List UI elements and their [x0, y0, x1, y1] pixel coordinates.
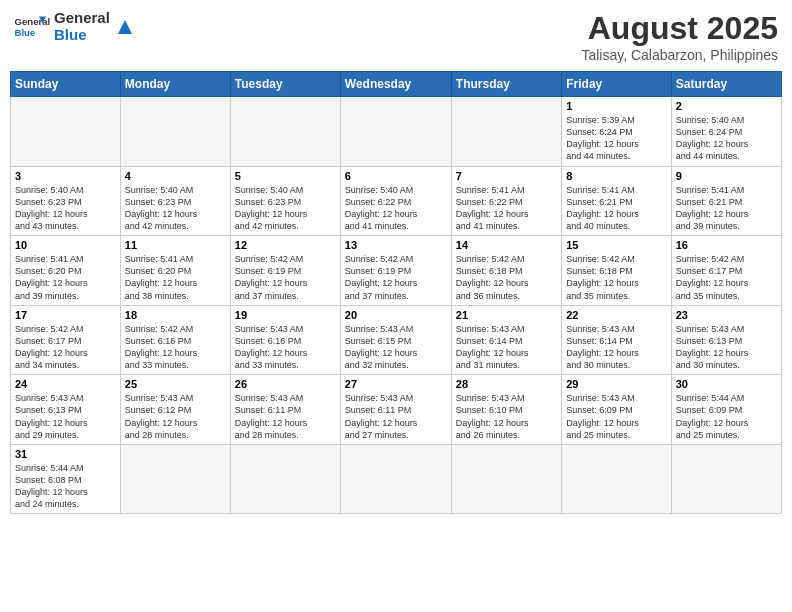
weekday-header-sunday: Sunday — [11, 72, 121, 97]
day-info: Sunrise: 5:40 AM Sunset: 6:22 PM Dayligh… — [345, 184, 447, 233]
calendar-day-cell: 29Sunrise: 5:43 AM Sunset: 6:09 PM Dayli… — [562, 375, 671, 445]
calendar-day-cell — [230, 97, 340, 167]
day-info: Sunrise: 5:43 AM Sunset: 6:14 PM Dayligh… — [456, 323, 557, 372]
day-number: 1 — [566, 100, 666, 112]
logo-icon: General Blue — [14, 13, 50, 41]
calendar-day-cell: 12Sunrise: 5:42 AM Sunset: 6:19 PM Dayli… — [230, 236, 340, 306]
calendar-day-cell: 11Sunrise: 5:41 AM Sunset: 6:20 PM Dayli… — [120, 236, 230, 306]
day-info: Sunrise: 5:41 AM Sunset: 6:20 PM Dayligh… — [125, 253, 226, 302]
day-number: 24 — [15, 378, 116, 390]
day-info: Sunrise: 5:42 AM Sunset: 6:19 PM Dayligh… — [235, 253, 336, 302]
day-number: 11 — [125, 239, 226, 251]
day-info: Sunrise: 5:41 AM Sunset: 6:21 PM Dayligh… — [566, 184, 666, 233]
day-number: 22 — [566, 309, 666, 321]
calendar-week-row: 24Sunrise: 5:43 AM Sunset: 6:13 PM Dayli… — [11, 375, 782, 445]
calendar-day-cell: 3Sunrise: 5:40 AM Sunset: 6:23 PM Daylig… — [11, 166, 121, 236]
day-info: Sunrise: 5:43 AM Sunset: 6:11 PM Dayligh… — [235, 392, 336, 441]
location-title: Talisay, Calabarzon, Philippines — [581, 47, 778, 63]
day-info: Sunrise: 5:43 AM Sunset: 6:16 PM Dayligh… — [235, 323, 336, 372]
svg-marker-3 — [118, 20, 132, 34]
calendar-day-cell: 14Sunrise: 5:42 AM Sunset: 6:18 PM Dayli… — [451, 236, 561, 306]
calendar-day-cell: 2Sunrise: 5:40 AM Sunset: 6:24 PM Daylig… — [671, 97, 781, 167]
day-number: 5 — [235, 170, 336, 182]
calendar-day-cell: 8Sunrise: 5:41 AM Sunset: 6:21 PM Daylig… — [562, 166, 671, 236]
calendar-day-cell: 28Sunrise: 5:43 AM Sunset: 6:10 PM Dayli… — [451, 375, 561, 445]
calendar-day-cell: 7Sunrise: 5:41 AM Sunset: 6:22 PM Daylig… — [451, 166, 561, 236]
calendar-day-cell: 16Sunrise: 5:42 AM Sunset: 6:17 PM Dayli… — [671, 236, 781, 306]
calendar-day-cell — [451, 97, 561, 167]
day-number: 23 — [676, 309, 777, 321]
calendar-day-cell: 19Sunrise: 5:43 AM Sunset: 6:16 PM Dayli… — [230, 305, 340, 375]
calendar-day-cell — [11, 97, 121, 167]
calendar-day-cell: 23Sunrise: 5:43 AM Sunset: 6:13 PM Dayli… — [671, 305, 781, 375]
day-number: 14 — [456, 239, 557, 251]
day-number: 19 — [235, 309, 336, 321]
calendar-day-cell: 4Sunrise: 5:40 AM Sunset: 6:23 PM Daylig… — [120, 166, 230, 236]
day-info: Sunrise: 5:39 AM Sunset: 6:24 PM Dayligh… — [566, 114, 666, 163]
calendar-day-cell — [340, 97, 451, 167]
day-info: Sunrise: 5:41 AM Sunset: 6:20 PM Dayligh… — [15, 253, 116, 302]
page-header: General Blue General Blue August 2025 Ta… — [10, 10, 782, 63]
calendar-week-row: 31Sunrise: 5:44 AM Sunset: 6:08 PM Dayli… — [11, 444, 782, 514]
day-info: Sunrise: 5:42 AM Sunset: 6:19 PM Dayligh… — [345, 253, 447, 302]
day-info: Sunrise: 5:43 AM Sunset: 6:14 PM Dayligh… — [566, 323, 666, 372]
day-info: Sunrise: 5:42 AM Sunset: 6:17 PM Dayligh… — [15, 323, 116, 372]
day-info: Sunrise: 5:43 AM Sunset: 6:15 PM Dayligh… — [345, 323, 447, 372]
svg-text:Blue: Blue — [15, 26, 36, 37]
calendar-day-cell — [451, 444, 561, 514]
day-info: Sunrise: 5:43 AM Sunset: 6:13 PM Dayligh… — [676, 323, 777, 372]
day-number: 27 — [345, 378, 447, 390]
calendar-day-cell: 20Sunrise: 5:43 AM Sunset: 6:15 PM Dayli… — [340, 305, 451, 375]
day-info: Sunrise: 5:42 AM Sunset: 6:16 PM Dayligh… — [125, 323, 226, 372]
day-number: 3 — [15, 170, 116, 182]
day-number: 7 — [456, 170, 557, 182]
day-number: 15 — [566, 239, 666, 251]
calendar-day-cell: 24Sunrise: 5:43 AM Sunset: 6:13 PM Dayli… — [11, 375, 121, 445]
day-number: 26 — [235, 378, 336, 390]
calendar-day-cell: 5Sunrise: 5:40 AM Sunset: 6:23 PM Daylig… — [230, 166, 340, 236]
calendar-day-cell: 10Sunrise: 5:41 AM Sunset: 6:20 PM Dayli… — [11, 236, 121, 306]
calendar-day-cell: 17Sunrise: 5:42 AM Sunset: 6:17 PM Dayli… — [11, 305, 121, 375]
day-info: Sunrise: 5:43 AM Sunset: 6:12 PM Dayligh… — [125, 392, 226, 441]
calendar-day-cell — [562, 444, 671, 514]
day-number: 29 — [566, 378, 666, 390]
calendar-day-cell: 9Sunrise: 5:41 AM Sunset: 6:21 PM Daylig… — [671, 166, 781, 236]
day-number: 25 — [125, 378, 226, 390]
weekday-header-row: SundayMondayTuesdayWednesdayThursdayFrid… — [11, 72, 782, 97]
logo-triangle-icon — [114, 16, 136, 38]
calendar-day-cell: 18Sunrise: 5:42 AM Sunset: 6:16 PM Dayli… — [120, 305, 230, 375]
day-number: 20 — [345, 309, 447, 321]
day-info: Sunrise: 5:42 AM Sunset: 6:18 PM Dayligh… — [456, 253, 557, 302]
day-number: 10 — [15, 239, 116, 251]
day-number: 8 — [566, 170, 666, 182]
day-info: Sunrise: 5:40 AM Sunset: 6:23 PM Dayligh… — [125, 184, 226, 233]
day-info: Sunrise: 5:40 AM Sunset: 6:24 PM Dayligh… — [676, 114, 777, 163]
day-info: Sunrise: 5:41 AM Sunset: 6:21 PM Dayligh… — [676, 184, 777, 233]
month-title: August 2025 — [581, 10, 778, 47]
calendar-day-cell: 13Sunrise: 5:42 AM Sunset: 6:19 PM Dayli… — [340, 236, 451, 306]
calendar-day-cell: 25Sunrise: 5:43 AM Sunset: 6:12 PM Dayli… — [120, 375, 230, 445]
calendar-day-cell — [120, 97, 230, 167]
calendar-day-cell: 26Sunrise: 5:43 AM Sunset: 6:11 PM Dayli… — [230, 375, 340, 445]
calendar-day-cell: 15Sunrise: 5:42 AM Sunset: 6:18 PM Dayli… — [562, 236, 671, 306]
day-number: 17 — [15, 309, 116, 321]
day-number: 18 — [125, 309, 226, 321]
day-number: 13 — [345, 239, 447, 251]
day-number: 2 — [676, 100, 777, 112]
logo-blue: Blue — [54, 27, 110, 44]
day-info: Sunrise: 5:41 AM Sunset: 6:22 PM Dayligh… — [456, 184, 557, 233]
day-info: Sunrise: 5:43 AM Sunset: 6:13 PM Dayligh… — [15, 392, 116, 441]
calendar-week-row: 1Sunrise: 5:39 AM Sunset: 6:24 PM Daylig… — [11, 97, 782, 167]
title-block: August 2025 Talisay, Calabarzon, Philipp… — [581, 10, 778, 63]
calendar-week-row: 10Sunrise: 5:41 AM Sunset: 6:20 PM Dayli… — [11, 236, 782, 306]
day-info: Sunrise: 5:43 AM Sunset: 6:11 PM Dayligh… — [345, 392, 447, 441]
weekday-header-saturday: Saturday — [671, 72, 781, 97]
calendar-day-cell: 22Sunrise: 5:43 AM Sunset: 6:14 PM Dayli… — [562, 305, 671, 375]
day-info: Sunrise: 5:40 AM Sunset: 6:23 PM Dayligh… — [15, 184, 116, 233]
weekday-header-thursday: Thursday — [451, 72, 561, 97]
day-info: Sunrise: 5:44 AM Sunset: 6:09 PM Dayligh… — [676, 392, 777, 441]
calendar-table: SundayMondayTuesdayWednesdayThursdayFrid… — [10, 71, 782, 514]
calendar-day-cell: 6Sunrise: 5:40 AM Sunset: 6:22 PM Daylig… — [340, 166, 451, 236]
calendar-day-cell: 21Sunrise: 5:43 AM Sunset: 6:14 PM Dayli… — [451, 305, 561, 375]
day-info: Sunrise: 5:42 AM Sunset: 6:17 PM Dayligh… — [676, 253, 777, 302]
